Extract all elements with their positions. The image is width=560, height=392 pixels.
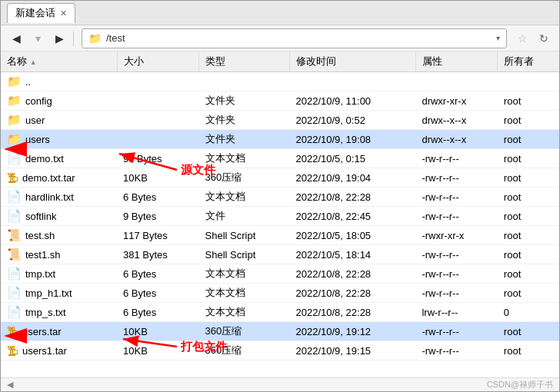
file-icon: 📄: [7, 209, 22, 223]
scroll-left[interactable]: ◀: [7, 380, 13, 390]
cell-perm: [415, 72, 497, 91]
folder-icon: 📁: [7, 75, 22, 88]
cell-type: 文本文档: [199, 149, 290, 168]
cell-type: [199, 72, 290, 91]
table-row[interactable]: 📜 test.sh 117 BytesShell Script2022/10/5…: [1, 226, 559, 245]
table-row[interactable]: 📁 user 文件夹2022/10/9, 0:52drwx--x--xroot: [1, 111, 559, 130]
cell-name: 📄 hardlink.txt: [1, 188, 117, 207]
table-row[interactable]: 📄 tmp_h1.txt 6 Bytes文本文档2022/10/8, 22:28…: [1, 284, 559, 303]
table-header: 名称 ▲ 大小 类型 修改时间 属性 所有者: [1, 51, 559, 72]
path-bar[interactable]: 📁 /test ▾: [82, 28, 507, 48]
cell-type: 360压缩: [199, 168, 290, 188]
path-dropdown-icon[interactable]: ▾: [496, 34, 500, 42]
col-perm[interactable]: 属性: [415, 51, 497, 72]
cell-owner: root: [498, 322, 559, 341]
cell-owner: root: [498, 245, 559, 264]
table-row[interactable]: 🗜 demo.txt.tar 10KB360压缩2022/10/9, 19:04…: [1, 168, 559, 188]
col-owner[interactable]: 所有者: [498, 51, 559, 72]
file-list: 📁 .. 📁 config 文件夹2022/10/9, 11:00drwxr-x…: [1, 72, 559, 360]
col-type[interactable]: 类型: [199, 51, 290, 72]
file-name: hardlink.txt: [25, 191, 74, 203]
col-name[interactable]: 名称 ▲: [1, 51, 117, 72]
cell-name: 📜 test.sh: [1, 226, 117, 245]
table-row[interactable]: 📄 hardlink.txt 6 Bytes文本文档2022/10/8, 22:…: [1, 188, 559, 207]
cell-size: 10KB: [117, 341, 199, 360]
cell-size: 6 Bytes: [117, 188, 199, 207]
cell-name: 📄 demo.txt: [1, 149, 117, 168]
cell-modified: 2022/10/9, 11:00: [290, 91, 416, 111]
tar-icon: 🗜: [7, 325, 18, 338]
table-row[interactable]: 📄 tmp_s.txt 6 Bytes文本文档2022/10/8, 22:28l…: [1, 303, 559, 322]
cell-size: 10KB: [117, 322, 199, 341]
cell-type: 文件夹: [199, 130, 290, 149]
sh-icon: 📜: [7, 247, 22, 261]
cell-owner: root: [498, 130, 559, 149]
table-row[interactable]: 📁 config 文件夹2022/10/9, 11:00drwxr-xr-xro…: [1, 91, 559, 111]
bookmark-button[interactable]: ☆: [513, 29, 532, 48]
tab-close-button[interactable]: ✕: [60, 8, 67, 18]
tab-label: 新建会话: [15, 6, 55, 20]
cell-owner: root: [498, 168, 559, 188]
cell-perm: -rw-r--r--: [415, 188, 497, 207]
cell-type: 文件: [199, 207, 290, 226]
file-name: users: [25, 134, 50, 145]
cell-name: 📄 tmp_h1.txt: [1, 284, 117, 303]
title-bar: 新建会话 ✕: [1, 1, 559, 25]
txt-icon: 📄: [7, 151, 22, 165]
col-modified[interactable]: 修改时间: [290, 51, 416, 72]
cell-modified: 2022/10/9, 19:15: [290, 341, 416, 360]
cell-type: 文本文档: [199, 303, 290, 322]
cell-size: 117 Bytes: [117, 226, 199, 245]
cell-perm: -rwxr-xr-x: [415, 226, 497, 245]
file-manager-window: 新建会话 ✕ ◀ ▾ ▶ 📁 /test ▾ ☆ ↻ 名称: [0, 0, 560, 392]
cell-type: 360压缩: [199, 341, 290, 360]
cell-size: [117, 72, 199, 91]
cell-name: 📄 softlink: [1, 207, 117, 226]
table-row[interactable]: 📜 test1.sh 381 BytesShell Script2022/10/…: [1, 245, 559, 264]
cell-type: 文件夹: [199, 111, 290, 130]
cell-modified: 2022/10/8, 22:28: [290, 264, 416, 284]
table-row[interactable]: 📄 tmp.txt 6 Bytes文本文档2022/10/8, 22:28-rw…: [1, 264, 559, 284]
cell-owner: root: [498, 149, 559, 168]
forward-button[interactable]: ▾: [28, 29, 47, 48]
up-button[interactable]: ▶: [50, 29, 68, 48]
cell-perm: -rw-r--r--: [415, 207, 497, 226]
txt-icon: 📄: [7, 267, 22, 281]
status-bar: ◀ CSDN@禄师子书: [1, 377, 559, 391]
file-name: test1.sh: [25, 249, 61, 261]
table-row[interactable]: 📄 softlink 9 Bytes文件2022/10/8, 22:45-rw-…: [1, 207, 559, 226]
file-area[interactable]: 名称 ▲ 大小 类型 修改时间 属性 所有者 📁 .. 📁: [1, 51, 559, 377]
file-name: users.tar: [22, 326, 62, 337]
cell-modified: 2022/10/5, 18:14: [290, 245, 416, 264]
watermark: CSDN@禄师子书: [487, 379, 553, 390]
table-row[interactable]: 🗜 users1.tar 10KB360压缩2022/10/9, 19:15-r…: [1, 341, 559, 360]
cell-size: 9 Bytes: [117, 207, 199, 226]
cell-size: 10KB: [117, 168, 199, 188]
cell-owner: [498, 72, 559, 91]
cell-size: 6 Bytes: [117, 264, 199, 284]
file-name: config: [25, 95, 52, 107]
table-row[interactable]: 🗜 users.tar 10KB360压缩2022/10/9, 19:12-rw…: [1, 322, 559, 341]
cell-perm: lrw-r--r--: [415, 303, 497, 322]
file-name: test.sh: [25, 230, 55, 241]
cell-owner: root: [498, 91, 559, 111]
refresh-button[interactable]: ↻: [535, 29, 553, 48]
cell-size: [117, 91, 199, 111]
cell-size: 90 Bytes: [117, 149, 199, 168]
back-button[interactable]: ◀: [7, 29, 25, 48]
table-row[interactable]: 📄 demo.txt 90 Bytes文本文档2022/10/5, 0:15-r…: [1, 149, 559, 168]
col-size[interactable]: 大小: [117, 51, 199, 72]
session-tab[interactable]: 新建会话 ✕: [7, 3, 75, 23]
cell-name: 🗜 users1.tar: [1, 341, 117, 360]
cell-name: 📁 user: [1, 111, 117, 130]
cell-perm: drwx--x--x: [415, 111, 497, 130]
folder-icon: 📁: [7, 132, 22, 146]
cell-perm: -rw-r--r--: [415, 168, 497, 188]
table-row[interactable]: 📁 ..: [1, 72, 559, 91]
cell-perm: -rw-r--r--: [415, 264, 497, 284]
cell-size: [117, 130, 199, 149]
path-folder-icon: 📁: [88, 32, 102, 45]
table-row[interactable]: 📁 users 文件夹2022/10/9, 19:08drwx--x--xroo…: [1, 130, 559, 149]
cell-modified: 2022/10/9, 19:08: [290, 130, 416, 149]
txt-icon: 📄: [7, 305, 22, 319]
